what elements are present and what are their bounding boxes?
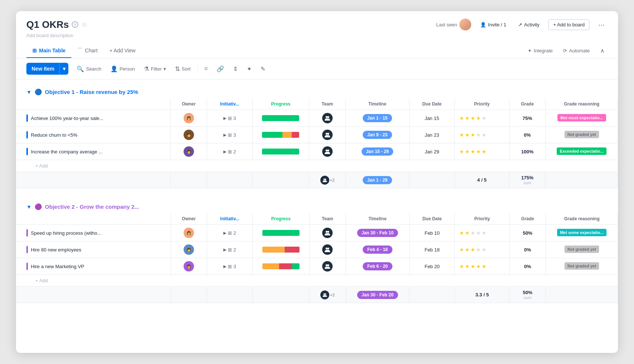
- automate-button[interactable]: ⟳ Automate: [560, 46, 593, 55]
- search-button[interactable]: 🔍 Search: [73, 63, 105, 75]
- stars: ★★★★★: [459, 263, 505, 269]
- item-name-cell: Hire 80 new employees ⊕: [16, 241, 171, 258]
- integrate-button[interactable]: ✦ Integrate: [525, 46, 556, 55]
- initiative-count: 2: [233, 149, 236, 155]
- col2-owner: Owner: [171, 213, 207, 225]
- summary-grade: 50% sum: [510, 287, 546, 303]
- svg-point-14: [323, 293, 325, 295]
- due-date-cell: Feb 20: [410, 258, 455, 275]
- expand-icon[interactable]: ▶: [223, 231, 226, 235]
- sort-button[interactable]: ⇅ Sort: [171, 63, 194, 75]
- add-row-cell[interactable]: + Add: [16, 160, 618, 172]
- owner-avatar: 👩: [184, 261, 194, 272]
- add-row[interactable]: + Add: [16, 275, 618, 287]
- collapse-button[interactable]: ∧: [597, 46, 608, 56]
- tabs: ⊞ Main Table ⌒ Chart + Add View: [26, 43, 142, 58]
- priority-cell: ★★★★★: [455, 143, 509, 160]
- item-name-cell: Achieve 100% year-to-year sale... ⊕: [16, 110, 171, 127]
- board-description[interactable]: Add board description: [26, 33, 608, 38]
- expand-icon[interactable]: ▶: [223, 247, 226, 252]
- grade-value: 50%: [523, 230, 533, 236]
- progress-bar: [262, 132, 299, 138]
- summary-priority-value: 3.3 / 5: [459, 292, 505, 298]
- edit-button[interactable]: ✎: [257, 63, 269, 75]
- timeline-badge: Jan 9 - 23: [363, 131, 392, 139]
- tab-add-view[interactable]: + Add View: [104, 44, 142, 58]
- initiative-icon: ⊞: [228, 264, 232, 269]
- objective1-title: Objective 1 - Raise revenue by 25%: [45, 89, 138, 95]
- timeline-badge: Feb 4 - 18: [363, 246, 392, 254]
- summary-row: +2 Jan 30 - Feb 20 3.3 / 5 50% sum: [16, 287, 618, 303]
- grade-cell: 0%: [510, 241, 546, 258]
- link-icon: 🔗: [217, 65, 224, 72]
- stars: ★★★★★: [459, 230, 505, 236]
- col2-timeline: Timeline: [346, 213, 409, 225]
- svg-point-6: [323, 178, 325, 180]
- grade-badge: Not graded yet: [565, 246, 599, 253]
- col2-team: Team: [309, 213, 346, 225]
- due-date-cell: Feb 10: [410, 225, 455, 241]
- more-button[interactable]: ···: [595, 19, 608, 30]
- progress-cell: [252, 127, 309, 143]
- row-height-button[interactable]: ⇕: [229, 63, 242, 75]
- item-name: Speed up hiring process (witho...: [31, 230, 113, 236]
- invite-button[interactable]: 👤 Invite / 1: [477, 20, 509, 29]
- stars: ★★★★★: [459, 247, 505, 253]
- tag-button[interactable]: ⌗: [201, 63, 211, 74]
- summary-progress: [252, 287, 309, 303]
- tab-chart[interactable]: ⌒ Chart: [71, 43, 103, 58]
- expand-icon[interactable]: ▶: [223, 264, 226, 269]
- grade-badge: Met some expectatio...: [557, 229, 606, 236]
- obj2-chevron-icon[interactable]: ▼: [26, 204, 32, 210]
- color-button[interactable]: ✦: [243, 63, 255, 75]
- new-item-button[interactable]: New Item ▾: [26, 63, 68, 75]
- initiative-cell: ▶ ⊞ 2: [207, 241, 252, 258]
- grade-value: 0%: [524, 247, 531, 253]
- sort-icon: ⇅: [175, 65, 180, 72]
- activity-button[interactable]: ↗ Activity: [515, 20, 542, 29]
- team-cell: [309, 127, 346, 143]
- item-name: Reduce churn to <5%: [31, 132, 113, 138]
- add-row[interactable]: + Add: [16, 160, 618, 172]
- add-row-cell[interactable]: + Add: [16, 275, 618, 287]
- due-date-cell: Jan 23: [409, 127, 455, 143]
- filter-button[interactable]: ⚗ Filter ▾: [140, 63, 170, 75]
- table-row: Hire 80 new employees ⊕ 👩 ▶ ⊞ 2: [16, 241, 618, 258]
- item-name-cell: Reduce churn to <5% ⊕: [16, 127, 171, 143]
- initiative-cell: ▶ ⊞ 2: [207, 225, 252, 241]
- owner-cell: 👩: [171, 241, 207, 258]
- summary-timeline: Jan 30 - Feb 20: [346, 287, 409, 303]
- tab-main-table[interactable]: ⊞ Main Table: [26, 44, 71, 58]
- grade-cell: 0%: [509, 127, 546, 143]
- initiative-cell: ▶ ⊞ 3: [207, 110, 252, 127]
- timeline-cell: Feb 6 - 20: [346, 258, 409, 275]
- timeline-cell: Jan 30 - Feb 10: [346, 225, 409, 241]
- obj1-chevron-icon[interactable]: ▼: [26, 89, 32, 95]
- objective1-table-wrapper: Owner Initiativ... Progress Team Timelin…: [16, 98, 618, 188]
- filter-icon: ⚗: [144, 65, 149, 72]
- person-button[interactable]: 👤 Person: [107, 63, 139, 75]
- expand-icon[interactable]: ▶: [223, 133, 226, 137]
- expand-icon[interactable]: ▶: [223, 116, 226, 121]
- color-icon: ✦: [247, 65, 252, 72]
- link-button[interactable]: 🔗: [213, 63, 228, 75]
- new-item-chevron-icon[interactable]: ▾: [59, 63, 68, 75]
- table-row: Achieve 100% year-to-year sale... ⊕ 👩 ▶ …: [16, 110, 618, 127]
- item-name: Increase the company average ...: [31, 149, 113, 155]
- item-name: Hire a new Marketing VP: [31, 264, 113, 269]
- info-icon[interactable]: ℹ: [72, 21, 78, 28]
- expand-icon[interactable]: ▶: [223, 149, 226, 154]
- stars: ★★★★★: [459, 132, 505, 138]
- col-progress: Progress: [252, 98, 309, 110]
- progress-cell: [252, 143, 309, 160]
- grade-value: 100%: [521, 149, 533, 155]
- header-top: Q1 OKRs ℹ ☆ Last seen 👤 Invite / 1 ↗ Act…: [26, 19, 608, 30]
- star-icon[interactable]: ☆: [81, 20, 87, 29]
- row-stripe: [26, 114, 28, 122]
- add-board-button[interactable]: + Add to board: [548, 19, 589, 30]
- priority-cell: ★★★★★: [455, 241, 510, 258]
- obj2-icon: 🟣: [35, 203, 42, 210]
- table-row: Hire a new Marketing VP ⊕ 👩 ▶ ⊞ 3: [16, 258, 618, 275]
- automate-icon: ⟳: [563, 48, 567, 53]
- grade-reasoning-cell: Not graded yet: [546, 258, 618, 275]
